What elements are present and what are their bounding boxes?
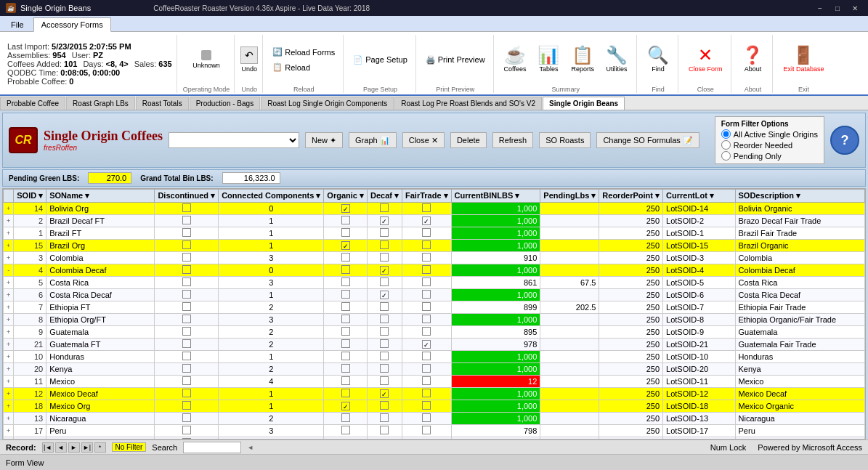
col-currentbin[interactable]: CurrentBINLBS ▾ bbox=[451, 190, 540, 203]
table-row[interactable]: + 7 Ethiopia FT 2 899 202.5 250 LotSOID-… bbox=[4, 301, 865, 314]
fairtrade-cell bbox=[402, 227, 451, 240]
col-lot[interactable]: CurrentLot ▾ bbox=[663, 190, 735, 203]
col-desc[interactable]: SODescription ▾ bbox=[735, 190, 864, 203]
close-group: ✕ Close Form Close bbox=[680, 35, 732, 93]
table-row[interactable]: + 1 Brazil FT 1 1,000 250 LotSOID-1 Braz… bbox=[4, 227, 865, 240]
col-discontinued[interactable]: Discontinued ▾ bbox=[155, 190, 219, 203]
discontinued-cell bbox=[155, 376, 219, 388]
col-reorder[interactable]: ReorderPoint ▾ bbox=[599, 190, 663, 203]
discontinued-cell bbox=[155, 326, 219, 339]
fairtrade-cell bbox=[402, 240, 451, 252]
no-filter-badge[interactable]: No Filter bbox=[112, 442, 147, 452]
delete-button[interactable]: Delete bbox=[450, 132, 487, 148]
tab-probable-coffee[interactable]: Probable Coffee bbox=[0, 97, 65, 110]
fairtrade-cell bbox=[402, 277, 451, 289]
desc-cell: Guatemala Fair Trade bbox=[735, 339, 864, 351]
graph-button[interactable]: Graph 📊 bbox=[349, 132, 397, 148]
tab-so-beans[interactable]: Single Origin Beans bbox=[543, 97, 625, 110]
table-row[interactable]: + 9 Guatemala 2 895 250 LotSOID-9 Guatem… bbox=[4, 326, 865, 339]
change-so-button[interactable]: Change SO Formulas 📝 bbox=[596, 132, 699, 148]
tab-roast-graph[interactable]: Roast Graph LBs bbox=[66, 97, 135, 110]
table-row[interactable]: + 14 Bolivia Org 0 1,000 250 LotSOID-14 … bbox=[4, 203, 865, 215]
tab-roast-totals[interactable]: Roast Totals bbox=[136, 97, 189, 110]
col-organic[interactable]: Organic ▾ bbox=[324, 190, 368, 203]
num-lock-status: Num Lock bbox=[710, 443, 747, 452]
find-label: Find bbox=[652, 65, 665, 73]
maximize-button[interactable]: □ bbox=[830, 2, 845, 14]
table-row[interactable]: + 6 Costa Rica Decaf 1 1,000 250 LotSOID… bbox=[4, 289, 865, 301]
ribbon: Last Import: 5/23/2015 2:07:55 PM Assemb… bbox=[0, 32, 868, 96]
exit-group-label: Exit bbox=[798, 86, 809, 93]
col-fairtrade[interactable]: FairTrade ▾ bbox=[402, 190, 451, 203]
tab-production[interactable]: Production - Bags bbox=[190, 97, 261, 110]
refresh-button[interactable]: Refresh bbox=[492, 132, 534, 148]
tables-button[interactable]: 📊 Tables bbox=[533, 44, 564, 76]
about-icon: ❓ bbox=[742, 46, 763, 64]
table-row[interactable]: + 13 Nicaragua 2 1,000 250 LotSOID-13 Ni… bbox=[4, 413, 865, 425]
nav-new-button[interactable]: * bbox=[94, 442, 106, 453]
col-decaf[interactable]: Decaf ▾ bbox=[367, 190, 402, 203]
col-connected[interactable]: Connected Components ▾ bbox=[219, 190, 324, 203]
table-row[interactable]: + 8 Ethiopia Org/FT 3 1,000 250 LotSOID-… bbox=[4, 314, 865, 326]
main-table-container[interactable]: SOID ▾ SOName ▾ Discontinued ▾ Connected… bbox=[2, 188, 866, 439]
table-row[interactable]: + 2 Brazil Decaf FT 1 1,000 250 LotSOID-… bbox=[4, 215, 865, 227]
tab-accessory[interactable]: Accessory Forms bbox=[33, 17, 111, 32]
exit-button[interactable]: 🚪 Exit Database bbox=[779, 35, 828, 84]
tab-file[interactable]: File bbox=[3, 17, 32, 31]
so-dropdown[interactable] bbox=[169, 132, 299, 148]
search-input[interactable] bbox=[183, 442, 241, 453]
row-selector: + bbox=[4, 314, 14, 326]
nav-next-button[interactable]: ► bbox=[68, 442, 80, 453]
tab-roast-log[interactable]: Roast Log Single Origin Components bbox=[261, 97, 394, 110]
undo-button[interactable]: ↶ bbox=[240, 46, 258, 64]
coffees-button[interactable]: ☕ Coffees bbox=[500, 44, 531, 76]
nav-first-button[interactable]: |◄ bbox=[42, 442, 54, 453]
reorder-cell: 250 bbox=[599, 215, 663, 227]
so-roasts-button[interactable]: SO Roasts bbox=[539, 132, 591, 148]
about-button[interactable]: ❓ About bbox=[737, 35, 768, 84]
find-button[interactable]: 🔍 Find bbox=[643, 44, 673, 76]
desc-cell: Mexico Organic bbox=[735, 400, 864, 413]
close-so-button[interactable]: Close ✕ bbox=[402, 132, 445, 148]
reload-forms-button[interactable]: 🔄Reload Forms bbox=[269, 45, 338, 59]
lot-cell: LotSOID-4 bbox=[663, 264, 735, 277]
soname-cell: Costa Rica Decaf bbox=[46, 289, 155, 301]
help-button[interactable]: ? bbox=[830, 126, 859, 155]
nav-last-button[interactable]: ►| bbox=[81, 442, 93, 453]
table-row[interactable]: + 5 Costa Rica 3 861 67.5 250 LotSOID-5 … bbox=[4, 277, 865, 289]
tab-roast-log-pre[interactable]: Roast Log Pre Roast Blends and SO's V2 bbox=[394, 97, 542, 110]
table-row[interactable]: + 10 Honduras 1 1,000 250 LotSOID-10 Hon… bbox=[4, 351, 865, 363]
close-button[interactable]: ✕ bbox=[848, 2, 862, 14]
page-setup-button[interactable]: 📄Page Setup bbox=[349, 53, 411, 67]
filter-reorder[interactable] bbox=[721, 140, 731, 150]
col-pending[interactable]: PendingLbs ▾ bbox=[540, 190, 599, 203]
table-row[interactable]: - 4 Colombia Decaf 0 1,000 250 LotSOID-4… bbox=[4, 264, 865, 277]
col-selector[interactable] bbox=[4, 190, 14, 203]
table-row[interactable]: + 21 Guatemala FT 2 978 250 LotSOID-21 G… bbox=[4, 339, 865, 351]
table-row[interactable]: + 18 Mexico Org 1 1,000 250 LotSOID-18 M… bbox=[4, 400, 865, 413]
table-row[interactable]: + 11 Mexico 4 12 250 LotSOID-11 Mexico bbox=[4, 376, 865, 388]
minimize-button[interactable]: − bbox=[813, 2, 827, 14]
print-preview-button[interactable]: 🖨️Print Preview bbox=[422, 53, 489, 67]
filter-all-active[interactable] bbox=[721, 129, 731, 139]
table-row[interactable]: + 20 Kenya 2 1,000 250 LotSOID-20 Kenya bbox=[4, 363, 865, 376]
user-value: PZ bbox=[93, 51, 103, 60]
reload-button[interactable]: 📋Reload bbox=[269, 60, 338, 74]
table-row[interactable]: + 12 Mexico Decaf 1 1,000 250 LotSOID-12… bbox=[4, 388, 865, 400]
about-group: ❓ About About bbox=[733, 35, 773, 93]
lot-cell: LotSOID-15 bbox=[663, 240, 735, 252]
row-selector: + bbox=[4, 277, 14, 289]
col-soid[interactable]: SOID ▾ bbox=[14, 190, 46, 203]
table-row[interactable]: + 3 Colombia 3 910 250 LotSOID-3 Colombi… bbox=[4, 252, 865, 264]
user-label: User: bbox=[72, 51, 91, 60]
col-soname[interactable]: SOName ▾ bbox=[46, 190, 155, 203]
nav-prev-button[interactable]: ◄ bbox=[55, 442, 67, 453]
reports-button[interactable]: 📋 Reports bbox=[567, 44, 599, 76]
table-row[interactable]: + 15 Brazil Org 1 1,000 250 LotSOID-15 B… bbox=[4, 240, 865, 252]
utilities-button[interactable]: 🔧 Utilities bbox=[601, 44, 632, 76]
table-row[interactable]: + 17 Peru 3 798 250 LotSOID-17 Peru bbox=[4, 425, 865, 437]
close-form-button[interactable]: ✕ Close Form bbox=[684, 44, 727, 76]
filter-pending[interactable] bbox=[721, 151, 731, 161]
new-button[interactable]: New ✦ bbox=[305, 132, 343, 148]
desc-cell: Honduras bbox=[735, 351, 864, 363]
